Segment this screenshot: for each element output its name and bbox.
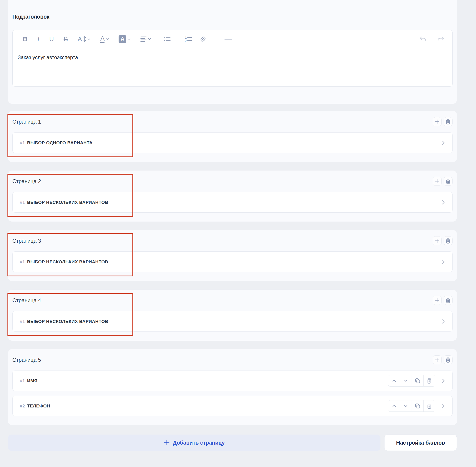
chevron-right-icon[interactable] [442,319,445,324]
align-button[interactable] [140,36,151,42]
page-card-5: Страница 5 #1 ИМЯ #2 ТЕЛЕФОН [8,349,457,425]
chevron-up-icon [392,405,396,407]
delete-question-button[interactable] [423,375,435,386]
chevron-right-icon[interactable] [442,140,445,145]
move-up-button[interactable] [388,400,400,412]
chevron-up-icon [392,379,396,382]
bold-button[interactable]: B [23,36,27,42]
delete-question-button[interactable] [423,400,435,412]
svg-text:2: 2 [185,39,187,42]
bullet-list-button[interactable] [164,36,171,42]
underline-button[interactable]: U [49,36,54,42]
add-question-button[interactable] [433,177,442,186]
align-icon [140,36,147,42]
question-label: ИМЯ [27,378,38,383]
plus-icon [435,238,439,243]
question-number: #1 [20,200,25,205]
highlight-color-icon: A [119,35,126,43]
page-card-4: Страница 4 #1 ВЫБОР НЕСКОЛЬКИХ ВАРИАНТОВ [8,290,457,341]
move-down-button[interactable] [400,375,412,386]
undo-button[interactable] [419,36,427,42]
page-title: Страница 1 [12,119,41,125]
question-label: ВЫБОР НЕСКОЛЬКИХ ВАРИАНТОВ [27,200,108,205]
undo-icon [419,36,427,42]
points-settings-button[interactable]: Настройка баллов [384,435,457,451]
plus-icon [435,298,439,303]
duplicate-button[interactable] [412,375,423,386]
delete-page-button[interactable] [444,296,452,305]
page-card-1: Страница 1 #1 ВЫБОР ОДНОГО ВАРИАНТА [8,111,457,162]
ordered-list-icon: 12 [185,36,192,42]
font-size-button[interactable]: A [78,36,90,42]
link-button[interactable] [200,36,206,42]
subtitle-section: Подзаголовок B I U S A A A [8,0,457,104]
italic-button[interactable]: I [37,36,39,42]
horizontal-rule-button[interactable] [224,39,232,39]
delete-page-button[interactable] [444,117,452,126]
duplicate-button[interactable] [412,400,423,412]
chevron-down-icon [404,405,408,407]
underline-icon: U [49,36,54,42]
font-size-icon: A [78,36,82,42]
redo-icon [437,36,445,42]
page-title: Страница 2 [12,178,41,184]
delete-page-button[interactable] [444,236,452,245]
trash-icon [446,357,451,363]
redo-button[interactable] [437,36,445,42]
question-row[interactable]: #1 ВЫБОР НЕСКОЛЬКИХ ВАРИАНТОВ [12,311,452,332]
updown-arrow-icon [83,36,86,42]
chevron-down-icon [404,379,408,382]
highlight-color-button[interactable]: A [119,35,130,43]
question-row[interactable]: #1 ИМЯ [12,371,452,391]
page-title: Страница 3 [12,238,41,244]
chevron-down-icon [148,38,151,40]
add-question-button[interactable] [433,355,442,364]
chevron-right-icon[interactable] [442,200,445,205]
move-up-button[interactable] [388,375,400,386]
bullet-list-icon [164,36,171,42]
question-label: ТЕЛЕФОН [27,403,50,409]
move-down-button[interactable] [400,400,412,412]
form-builder-content: Подзаголовок B I U S A A A [8,0,457,451]
page-card-2: Страница 2 #1 ВЫБОР НЕСКОЛЬКИХ ВАРИАНТОВ [8,170,457,221]
add-question-button[interactable] [433,236,442,245]
add-page-button[interactable]: Добавить страницу [8,435,380,451]
editor-toolbar: B I U S A A A [13,30,452,48]
question-label: ВЫБОР НЕСКОЛЬКИХ ВАРИАНТОВ [27,259,108,264]
question-row[interactable]: #1 ВЫБОР НЕСКОЛЬКИХ ВАРИАНТОВ [12,192,452,213]
text-color-button[interactable]: A [100,35,109,43]
trash-icon [427,403,432,409]
plus-icon [435,358,439,362]
subtitle-heading: Подзаголовок [12,0,452,20]
trash-icon [446,238,451,244]
delete-page-button[interactable] [444,355,452,364]
question-row[interactable]: #1 ВЫБОР НЕСКОЛЬКИХ ВАРИАНТОВ [12,251,452,272]
subtitle-text-input[interactable]: Заказ услуг автоэксперта [13,48,452,67]
question-number: #1 [20,259,25,264]
copy-icon [415,403,420,409]
horizontal-rule-icon [224,39,232,39]
add-question-button[interactable] [433,296,442,305]
question-row[interactable]: #2 ТЕЛЕФОН [12,396,452,416]
plus-icon [435,179,439,183]
chevron-right-icon[interactable] [442,378,445,383]
delete-page-button[interactable] [444,177,452,186]
question-label: ВЫБОР ОДНОГО ВАРИАНТА [27,140,93,145]
add-page-label: Добавить страницу [173,440,225,446]
text-color-icon: A [100,35,104,43]
page-card-3: Страница 3 #1 ВЫБОР НЕСКОЛЬКИХ ВАРИАНТОВ [8,230,457,281]
strikethrough-button[interactable]: S [63,36,68,42]
chevron-down-icon [127,38,130,40]
trash-icon [446,298,451,303]
page-title: Страница 4 [12,297,41,303]
ordered-list-button[interactable]: 12 [185,36,192,42]
question-row[interactable]: #1 ВЫБОР ОДНОГО ВАРИАНТА [12,132,452,153]
question-number: #1 [20,140,25,145]
chevron-down-icon [106,38,109,40]
chevron-right-icon[interactable] [442,403,445,409]
chevron-right-icon[interactable] [442,259,445,264]
question-actions [388,400,435,412]
italic-icon: I [37,36,39,42]
copy-icon [415,378,420,384]
add-question-button[interactable] [433,117,442,126]
